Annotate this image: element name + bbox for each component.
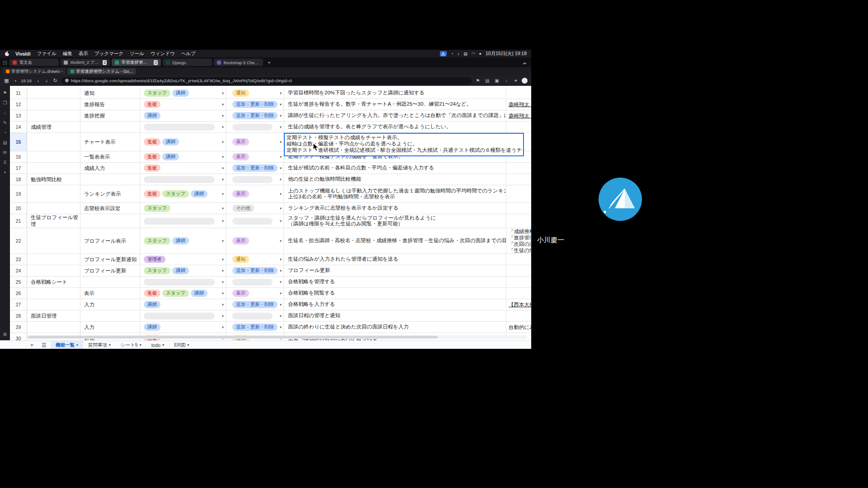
dropdown-chevron-icon[interactable]: ▾	[222, 91, 224, 95]
cell-description[interactable]: 生徒が進捗を報告する。数学・青チャートA・例題25〜30、練習21〜24など。	[284, 99, 506, 110]
browser-tab-2[interactable]: 学習進捗管理システム2	[112, 59, 161, 66]
dropdown-chevron-icon[interactable]: ▾	[222, 113, 224, 118]
reading-view-icon[interactable]: ▤	[484, 78, 491, 83]
sheet-tab-0[interactable]: 機能一覧▾	[51, 341, 83, 349]
row-header[interactable]: 15	[10, 133, 27, 151]
dropdown-chevron-icon[interactable]: ▾	[222, 239, 224, 243]
dropdown-chevron-icon[interactable]: ▾	[222, 166, 224, 170]
row-header[interactable]: 24	[10, 265, 27, 276]
cell-extra[interactable]	[506, 185, 531, 202]
extensions-icon[interactable]: ✦	[513, 78, 519, 83]
cell-category[interactable]	[27, 254, 80, 265]
reading-list-panel-icon[interactable]: ▤	[3, 140, 7, 145]
dropdown-chevron-icon[interactable]: ▾	[222, 314, 224, 318]
dropdown-chevron-icon[interactable]: ▾	[280, 177, 282, 182]
cell-category[interactable]: 生徒プロフィール管理	[27, 214, 80, 228]
cell-category[interactable]	[27, 185, 80, 202]
cell-description[interactable]: スタッフ・講師は生徒を選んだらプロフィールが見れるように（講師は権限を与えた生徒…	[284, 214, 506, 228]
control-center-icon[interactable]: ◔	[451, 52, 453, 56]
cell-extra[interactable]	[506, 277, 531, 287]
cell-roles-dropdown[interactable]: スタッフ▾	[140, 203, 226, 214]
cell-action-dropdown[interactable]: 追加・更新・削除▾	[226, 299, 284, 310]
dropdown-chevron-icon[interactable]: ▾	[280, 206, 282, 211]
row-header[interactable]: 29	[10, 322, 27, 333]
apple-menu-icon[interactable]	[5, 51, 9, 56]
cell-category[interactable]: 合格戦略シート	[27, 277, 80, 287]
cell-description[interactable]: 合格戦略を管理する	[284, 277, 506, 287]
cell-description[interactable]: 生徒の悩みが入力されたら管理者に通知を送る	[284, 254, 506, 265]
x-panel-icon[interactable]: X	[4, 160, 7, 165]
all-sheets-button[interactable]: ☰	[38, 342, 51, 348]
dropdown-chevron-icon[interactable]: ▾	[222, 155, 224, 159]
cell-extra[interactable]	[506, 163, 531, 174]
cell-category[interactable]	[27, 151, 80, 162]
cell-description[interactable]: 面談日程の管理と通知	[284, 310, 506, 321]
add-panel-icon[interactable]: +	[4, 170, 6, 175]
cell-action-dropdown[interactable]: 追加・更新・削除▾	[226, 163, 284, 174]
cell-extra[interactable]: 自動的にZO	[506, 322, 531, 333]
notes-panel-icon[interactable]: ✎	[3, 120, 7, 125]
cell-category[interactable]	[27, 299, 80, 310]
bookmark-flag-icon[interactable]: ⚑	[475, 78, 481, 83]
forward-icon[interactable]: ›	[44, 78, 50, 84]
cell-roles-dropdown[interactable]: ▾	[140, 310, 226, 321]
scrollbar-thumb[interactable]	[28, 336, 438, 338]
sheet-tab-4[interactable]: ER図▾	[169, 341, 194, 349]
capture-icon[interactable]: ▣	[494, 78, 500, 83]
browser-tab-1[interactable]: student_2 プロフィー2	[61, 59, 110, 66]
dropdown-chevron-icon[interactable]: ▾	[280, 219, 282, 223]
cell-feature[interactable]	[80, 122, 140, 132]
cell-category[interactable]	[27, 110, 80, 121]
dropdown-chevron-icon[interactable]: ▾	[280, 102, 282, 107]
menu-item-3[interactable]: 表示	[75, 51, 91, 57]
cell-roles-dropdown[interactable]: スタッフ講師▾	[140, 228, 226, 253]
cell-roles-dropdown[interactable]: ▾	[140, 122, 226, 132]
cell-feature[interactable]: プロフィール更新通知	[80, 254, 140, 265]
row-header[interactable]: 22	[10, 228, 27, 253]
url-field[interactable]: https://docs.google.com/spreadsheets/d/1…	[61, 77, 472, 84]
dropdown-chevron-icon[interactable]: ▾	[222, 177, 224, 182]
cell-category[interactable]: 勉強時間比較	[27, 174, 80, 185]
dropdown-chevron-icon[interactable]: ▾	[222, 125, 224, 129]
dropdown-chevron-icon[interactable]: ▾	[280, 291, 282, 296]
cell-roles-dropdown[interactable]: ▾	[140, 214, 226, 228]
horizontal-scrollbar[interactable]	[27, 335, 527, 339]
dropdown-chevron-icon[interactable]: ▾	[280, 257, 282, 262]
cell-description[interactable]: 上のストップ機能もしくは手動入力で把握した過去１週間の勉強時間の平均時間でのラン…	[284, 185, 506, 202]
cell-extra[interactable]	[506, 310, 531, 321]
row-header[interactable]: 27	[10, 299, 27, 310]
cell-action-dropdown[interactable]: 表示▾	[226, 151, 284, 162]
browser-tab-0[interactable]: 電文会	[9, 59, 59, 66]
profile-avatar[interactable]	[522, 78, 528, 84]
browser-tab-4[interactable]: Bootstrap 5 CheatSheet B	[214, 59, 263, 66]
dropdown-chevron-icon[interactable]: ▾	[222, 192, 224, 196]
cell-feature[interactable]: 志望校表示設定	[80, 203, 140, 214]
row-header[interactable]: 23	[10, 254, 27, 265]
cell-category[interactable]	[27, 288, 80, 299]
cell-roles-dropdown[interactable]: 生徒講師▾	[140, 151, 226, 162]
cell-description[interactable]: 面談の終わりに生徒と決めた次回の面談日程を入力	[284, 322, 506, 333]
cell-roles-dropdown[interactable]: 講師▾	[140, 110, 226, 121]
dropdown-chevron-icon[interactable]: ▾	[280, 314, 282, 318]
dropdown-chevron-icon[interactable]: ▾	[222, 291, 224, 296]
history-panel-icon[interactable]: ◔	[4, 130, 6, 135]
row-header[interactable]: 28	[10, 310, 27, 321]
bookmark-item-1[interactable]: 学習進捗管理システム - Go...	[67, 68, 136, 75]
cell-extra[interactable]	[506, 88, 531, 99]
cell-extra[interactable]: 「成績推移「進捗管理「次回の面「生徒の悩	[506, 228, 531, 253]
cell-extra[interactable]	[506, 265, 531, 276]
dropdown-chevron-icon[interactable]: ▾	[280, 280, 282, 284]
dropdown-chevron-icon[interactable]: ▾	[280, 192, 282, 196]
cell-category[interactable]	[27, 88, 80, 99]
windows-panel-icon[interactable]: ❐	[3, 100, 7, 105]
cell-category[interactable]	[27, 228, 80, 253]
dropdown-chevron-icon[interactable]: ▾	[222, 257, 224, 262]
cell-action-dropdown[interactable]: 表示▾	[226, 133, 284, 151]
cell-roles-dropdown[interactable]: 講師▾	[140, 322, 226, 333]
cell-description[interactable]: 講師が生徒に行ったヒアリングを入力。赤で塗ったところは自動で「次の面談までの課題…	[284, 110, 506, 121]
cell-roles-dropdown[interactable]: ▾	[140, 174, 226, 185]
cell-feature[interactable]: プロフィール表示	[80, 228, 140, 253]
cell-extra[interactable]: 森崎翔太・	[506, 110, 531, 121]
menu-item-1[interactable]: ファイル	[34, 51, 60, 57]
sheet-tab-3[interactable]: todo▾	[146, 341, 169, 349]
